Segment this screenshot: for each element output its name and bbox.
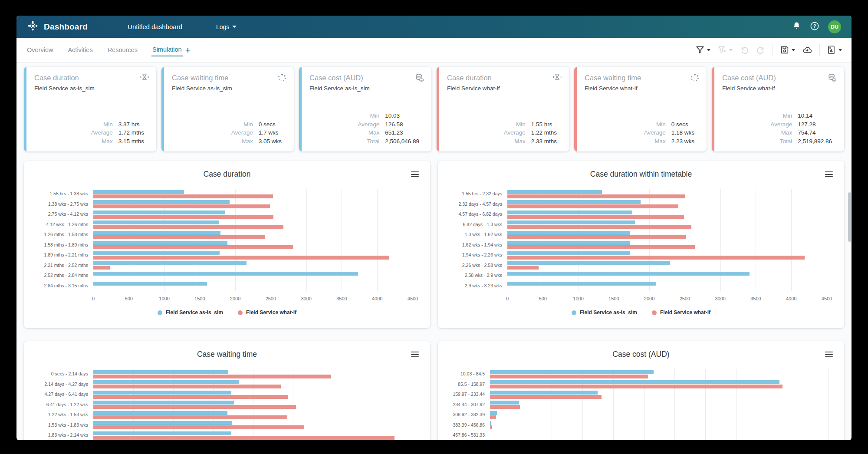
bar-as-is-sim[interactable] bbox=[507, 220, 635, 224]
tab-resources[interactable]: Resources bbox=[107, 44, 138, 56]
bar-as-is-sim[interactable] bbox=[490, 391, 598, 395]
bar-as-is-sim[interactable] bbox=[93, 401, 234, 405]
save-button[interactable] bbox=[780, 45, 795, 55]
legend-label: Field Service as-is_sim bbox=[580, 309, 637, 316]
bar-as-is-sim[interactable] bbox=[490, 421, 491, 425]
bar-what-if[interactable] bbox=[507, 194, 685, 198]
stat-value: 1.18 wks bbox=[671, 128, 694, 137]
category-label: 85.5 - 158.97 bbox=[438, 379, 490, 390]
bar-what-if[interactable] bbox=[507, 245, 695, 249]
x-axis-tick: 4500 bbox=[408, 296, 418, 301]
bar-what-if[interactable] bbox=[93, 415, 287, 419]
x-axis: 050010001500200025003000350040004500 bbox=[507, 294, 827, 302]
bar-what-if[interactable] bbox=[93, 235, 265, 239]
bar-as-is-sim[interactable] bbox=[93, 251, 220, 255]
bar-what-if[interactable] bbox=[490, 385, 783, 388]
coins-icon bbox=[415, 73, 424, 84]
legend-item[interactable]: Field Service as-is_sim bbox=[158, 309, 223, 316]
bar-what-if[interactable] bbox=[93, 245, 293, 249]
bar-as-is-sim[interactable] bbox=[93, 411, 227, 415]
bar-as-is-sim[interactable] bbox=[93, 190, 184, 194]
bar-as-is-sim[interactable] bbox=[93, 211, 225, 214]
chart-category-row: 6.82 days - 1.3 wks bbox=[438, 220, 844, 230]
scrollbar-thumb[interactable] bbox=[848, 192, 851, 242]
bar-what-if[interactable] bbox=[507, 235, 686, 239]
tab-simulation[interactable]: Simulation bbox=[151, 43, 183, 56]
bar-what-if[interactable] bbox=[93, 215, 273, 219]
bar-what-if[interactable] bbox=[93, 436, 395, 440]
bar-as-is-sim[interactable] bbox=[93, 241, 227, 245]
bar-what-if[interactable] bbox=[507, 215, 684, 219]
logs-dropdown[interactable]: Logs bbox=[216, 23, 237, 30]
bar-as-is-sim[interactable] bbox=[93, 200, 230, 204]
bar-what-if[interactable] bbox=[490, 425, 492, 429]
stat-label: Max bbox=[231, 137, 253, 146]
legend-item[interactable]: Field Service as-is_sim bbox=[572, 309, 637, 316]
user-avatar[interactable]: DU bbox=[828, 20, 841, 33]
bar-what-if[interactable] bbox=[93, 385, 281, 388]
bar-what-if[interactable] bbox=[490, 395, 602, 399]
tab-activities[interactable]: Activities bbox=[67, 44, 93, 56]
chevron-down-icon bbox=[232, 26, 237, 28]
chart-category-row: 2.32 days - 4.57 days bbox=[438, 199, 844, 210]
bar-what-if[interactable] bbox=[490, 375, 648, 378]
download-button[interactable] bbox=[802, 45, 812, 55]
bar-as-is-sim[interactable] bbox=[507, 211, 632, 214]
bar-as-is-sim[interactable] bbox=[507, 251, 630, 255]
bar-what-if[interactable] bbox=[507, 256, 805, 260]
bar-what-if[interactable] bbox=[490, 405, 520, 409]
bar-as-is-sim[interactable] bbox=[507, 282, 656, 286]
legend-item[interactable]: Field Service what-if bbox=[652, 309, 710, 316]
chart-menu-icon[interactable] bbox=[411, 171, 419, 179]
bar-as-is-sim[interactable] bbox=[490, 380, 779, 384]
chart-legend: Field Service as-is_simField Service wha… bbox=[438, 309, 844, 316]
bar-as-is-sim[interactable] bbox=[507, 261, 670, 265]
bar-as-is-sim[interactable] bbox=[507, 200, 641, 204]
filter-button[interactable] bbox=[695, 45, 710, 55]
bar-what-if[interactable] bbox=[93, 204, 270, 208]
chart-menu-icon[interactable] bbox=[825, 171, 833, 179]
bar-as-is-sim[interactable] bbox=[507, 231, 630, 235]
bar-what-if[interactable] bbox=[93, 405, 296, 409]
bar-as-is-sim[interactable] bbox=[93, 261, 247, 265]
category-label: 383.39 - 456.86 bbox=[438, 420, 490, 431]
category-label: 10.03 - 84.5 bbox=[438, 369, 490, 379]
chart-menu-icon[interactable] bbox=[825, 352, 833, 359]
bar-as-is-sim[interactable] bbox=[93, 391, 231, 395]
bar-as-is-sim[interactable] bbox=[93, 421, 232, 425]
bar-as-is-sim[interactable] bbox=[507, 190, 602, 194]
bar-what-if[interactable] bbox=[507, 225, 691, 229]
bar-as-is-sim[interactable] bbox=[507, 272, 750, 276]
bar-as-is-sim[interactable] bbox=[93, 380, 239, 384]
bar-track bbox=[93, 199, 413, 210]
add-tab-button[interactable]: + bbox=[185, 46, 191, 55]
bar-what-if[interactable] bbox=[93, 266, 110, 270]
bar-what-if[interactable] bbox=[93, 375, 331, 378]
bar-as-is-sim[interactable] bbox=[93, 220, 219, 224]
tab-overview[interactable]: Overview bbox=[26, 44, 54, 56]
bar-what-if[interactable] bbox=[93, 395, 288, 399]
bar-what-if[interactable] bbox=[507, 204, 678, 208]
bar-what-if[interactable] bbox=[93, 194, 273, 198]
svg-text:?: ? bbox=[813, 23, 816, 29]
bar-what-if[interactable] bbox=[93, 425, 304, 429]
bar-what-if[interactable] bbox=[93, 256, 389, 260]
category-label: 2.52 mths - 2.84 mths bbox=[24, 270, 93, 281]
bar-as-is-sim[interactable] bbox=[93, 282, 207, 286]
bar-as-is-sim[interactable] bbox=[93, 231, 220, 235]
bar-as-is-sim[interactable] bbox=[490, 401, 519, 405]
bar-what-if[interactable] bbox=[93, 225, 283, 229]
bar-as-is-sim[interactable] bbox=[490, 411, 497, 415]
bar-as-is-sim[interactable] bbox=[93, 431, 231, 435]
bar-what-if[interactable] bbox=[490, 415, 496, 419]
bar-what-if[interactable] bbox=[507, 266, 539, 270]
bar-as-is-sim[interactable] bbox=[490, 370, 654, 374]
legend-item[interactable]: Field Service what-if bbox=[238, 309, 296, 316]
export-report-button[interactable] bbox=[827, 45, 842, 55]
notifications-bell-icon[interactable] bbox=[792, 21, 801, 32]
help-icon[interactable]: ? bbox=[810, 21, 819, 33]
bar-as-is-sim[interactable] bbox=[507, 241, 630, 245]
bar-as-is-sim[interactable] bbox=[93, 370, 228, 374]
chart-menu-icon[interactable] bbox=[411, 352, 419, 359]
bar-as-is-sim[interactable] bbox=[93, 272, 358, 276]
